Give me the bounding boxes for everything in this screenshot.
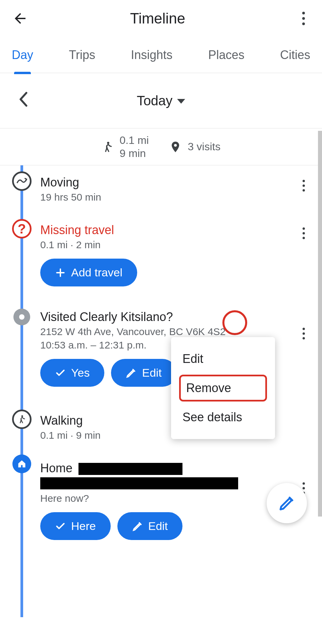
- visited-title: Visited Clearly Kitsilano?: [40, 310, 295, 324]
- summary-walking: 0.1 mi 9 min: [102, 134, 149, 160]
- walking-node: [12, 410, 32, 429]
- pencil-icon: [126, 368, 137, 378]
- home-node: [12, 454, 31, 473]
- visited-more-button[interactable]: [295, 323, 312, 343]
- app-header: Timeline: [0, 0, 322, 37]
- visited-edit-button[interactable]: Edit: [111, 359, 176, 387]
- walking-icon: [17, 413, 26, 426]
- menu-remove[interactable]: Remove: [179, 375, 267, 401]
- check-icon: [55, 521, 66, 532]
- check-icon: [55, 368, 66, 378]
- page-title: Timeline: [20, 10, 295, 27]
- tab-cities[interactable]: Cities: [280, 38, 310, 72]
- home-title: Home: [40, 461, 295, 475]
- add-travel-label: Add travel: [71, 266, 122, 279]
- add-travel-button[interactable]: Add travel: [40, 259, 137, 286]
- chevron-down-icon: [177, 99, 185, 104]
- date-label: Today: [137, 93, 173, 108]
- summary-visits: 3 visits: [169, 139, 221, 155]
- moving-more-button[interactable]: [295, 175, 312, 196]
- svg-point-0: [107, 142, 109, 144]
- home-here-now: Here now?: [40, 493, 295, 504]
- home-here-label: Here: [71, 520, 96, 533]
- redacted-text: [78, 463, 182, 475]
- tab-day[interactable]: Day: [12, 38, 33, 72]
- tab-places[interactable]: Places: [208, 38, 245, 72]
- chevron-left-icon: [18, 92, 28, 107]
- missing-node: ?: [12, 219, 32, 238]
- home-edit-label: Edit: [148, 520, 168, 533]
- missing-more-button[interactable]: [295, 223, 312, 243]
- summary-duration: 9 min: [120, 147, 149, 160]
- activity-icon: [16, 177, 28, 185]
- date-nav: Today: [0, 73, 322, 128]
- plus-icon: [55, 267, 66, 278]
- pencil-icon: [132, 521, 143, 532]
- timeline-item-missing: ? Missing travel 0.1 mi · 2 min Add trav…: [0, 213, 322, 300]
- scrollbar[interactable]: [318, 131, 322, 517]
- home-icon: [17, 459, 26, 469]
- date-selector[interactable]: Today: [137, 93, 185, 108]
- timeline-item-moving: Moving 19 hrs 50 min: [0, 165, 322, 213]
- moving-title: Moving: [40, 175, 295, 190]
- menu-see-details[interactable]: See details: [171, 401, 275, 433]
- missing-sub: 0.1 mi · 2 min: [40, 239, 295, 251]
- summary-distance: 0.1 mi: [120, 134, 149, 147]
- day-summary: 0.1 mi 9 min 3 visits: [0, 128, 322, 165]
- summary-visits-label: 3 visits: [188, 141, 221, 153]
- home-here-button[interactable]: Here: [40, 512, 111, 540]
- visited-edit-label: Edit: [142, 366, 162, 379]
- missing-title: Missing travel: [40, 223, 295, 237]
- pencil-icon: [278, 495, 295, 512]
- visited-yes-button[interactable]: Yes: [40, 359, 104, 387]
- menu-edit[interactable]: Edit: [171, 343, 275, 375]
- visited-address: 2152 W 4th Ave, Vancouver, BC V6K 4S2: [40, 326, 295, 337]
- redacted-text: [40, 477, 238, 489]
- tab-insights[interactable]: Insights: [131, 38, 172, 72]
- visited-yes-label: Yes: [71, 366, 90, 379]
- walking-icon: [102, 139, 114, 155]
- context-menu: Edit Remove See details: [171, 337, 275, 439]
- pin-icon: [169, 139, 182, 155]
- edit-fab[interactable]: [267, 483, 307, 523]
- tab-trips[interactable]: Trips: [69, 38, 95, 72]
- home-edit-button[interactable]: Edit: [117, 512, 183, 540]
- visited-node: [13, 309, 30, 325]
- svg-point-1: [174, 144, 177, 147]
- moving-node: [12, 171, 32, 191]
- moving-sub: 19 hrs 50 min: [40, 192, 295, 203]
- header-more-button[interactable]: [295, 8, 312, 29]
- tabs: Day Trips Insights Places Cities: [0, 37, 322, 73]
- svg-point-2: [21, 415, 23, 417]
- date-prev-button[interactable]: [18, 92, 28, 110]
